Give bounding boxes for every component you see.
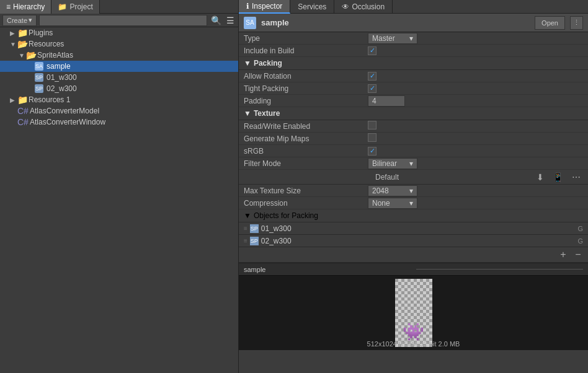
dropdown-arrow: ▾ — [409, 159, 413, 168]
platform-mobile-btn[interactable]: 📱 — [550, 172, 566, 182]
texture-section-header: ▼ Texture — [239, 107, 588, 120]
expand-arrow: ▶ — [10, 97, 16, 103]
objects-arrow: ▼ — [244, 211, 251, 220]
tab-occlusion-label: Occlusion — [352, 2, 385, 11]
max-texture-value: 2048 ▾ — [368, 185, 583, 196]
tree-label-plugins: Plugins — [29, 29, 53, 37]
preview-image: 👾 — [395, 279, 432, 347]
sprite-icon: SP — [35, 73, 43, 82]
tab-services[interactable]: Services — [290, 0, 334, 14]
tree-item-resources[interactable]: ▼ 📂 Resources — [0, 38, 238, 50]
tree-item-02w300[interactable]: SP 02_w300 — [0, 83, 238, 94]
tree-item-sample[interactable]: SA sample — [0, 61, 238, 72]
left-panel: ≡ Hierarchy 📁 Project Create ▾ 🔍 ☰ ▶ 📁 P… — [0, 0, 239, 373]
dropdown-arrow: ▾ — [409, 34, 413, 43]
tight-packing-checkbox[interactable]: ✓ — [368, 84, 376, 93]
more-options-button[interactable]: ⋮ — [570, 16, 583, 30]
prop-compression: Compression None ▾ — [239, 197, 588, 209]
script-icon: C# — [17, 117, 27, 127]
tree-item-plugins[interactable]: ▶ 📁 Plugins — [0, 27, 238, 38]
read-write-checkbox[interactable] — [368, 121, 376, 129]
max-texture-label: Max Texture Size — [244, 186, 368, 195]
packing-item-1[interactable]: ≡ SP 02_w300 G — [239, 235, 588, 247]
tree-item-resources1[interactable]: ▶ 📁 Resources 1 — [0, 94, 238, 105]
objects-label: Objects for Packing — [254, 211, 318, 220]
tree-item-01w300[interactable]: SP 01_w300 — [0, 72, 238, 83]
create-dropdown-icon: ▾ — [29, 16, 32, 24]
occlusion-tab-icon: 👁 — [342, 2, 349, 11]
srgb-checkbox[interactable]: ✓ — [368, 147, 376, 156]
packing-item-0[interactable]: ≡ SP 01_w300 G — [239, 222, 588, 235]
packing-item-type-1: G — [577, 237, 583, 245]
remove-packing-item-btn[interactable]: − — [572, 248, 584, 261]
tree-item-spriteatlas[interactable]: ▼ 📂 SpriteAtlas — [0, 50, 238, 61]
platform-more-btn[interactable]: ⋯ — [569, 172, 583, 182]
tab-services-label: Services — [298, 2, 326, 11]
tab-hierarchy[interactable]: ≡ Hierarchy — [0, 0, 51, 14]
right-panel: ℹ Inspector Services 👁 Occlusion SA samp… — [239, 0, 588, 373]
compression-dropdown[interactable]: None ▾ — [368, 198, 417, 209]
prop-padding: Padding 4 — [239, 95, 588, 107]
tree-label-sample: sample — [47, 62, 71, 71]
create-button[interactable]: Create ▾ — [2, 15, 37, 26]
tree-area: ▶ 📁 Plugins ▼ 📂 Resources ▼ 📂 SpriteAtla… — [0, 27, 238, 373]
tree-item-atlaswindow[interactable]: C# AtlasConverterWindow — [0, 116, 238, 128]
prop-type: Type Master ▾ — [239, 32, 588, 45]
read-write-label: Read/Write Enabled — [244, 122, 368, 131]
gen-mip-checkbox[interactable] — [368, 133, 376, 142]
create-label: Create — [7, 17, 27, 24]
max-texture-dropdown[interactable]: 2048 ▾ — [368, 185, 417, 196]
folder-icon: 📂 — [26, 50, 36, 60]
prop-filter-mode: Filter Mode Bilinear ▾ — [239, 157, 588, 170]
expand-arrow: ▼ — [10, 41, 16, 48]
packing-label: Packing — [254, 59, 282, 68]
folder-icon: 📂 — [17, 39, 27, 49]
handle-icon: ≡ — [244, 225, 247, 232]
tree-label-spriteatlas: SpriteAtlas — [37, 51, 73, 59]
tab-inspector-label: Inspector — [252, 2, 282, 11]
search-input[interactable] — [39, 15, 207, 26]
tight-packing-value: ✓ — [368, 84, 583, 93]
srgb-label: sRGB — [244, 147, 368, 156]
hierarchy-toolbar: Create ▾ 🔍 ☰ — [0, 14, 238, 27]
objects-for-packing: ≡ SP 01_w300 G ≡ SP 02_w300 G — [239, 222, 588, 247]
tab-inspector[interactable]: ℹ Inspector — [239, 0, 290, 14]
gen-mip-value — [368, 133, 583, 144]
inspector-tab-icon: ℹ — [246, 2, 249, 11]
type-dropdown[interactable]: Master ▾ — [368, 33, 417, 44]
platform-default-label: Default — [244, 173, 530, 182]
dropdown-arrow: ▾ — [409, 186, 413, 195]
add-packing-item-btn[interactable]: + — [557, 248, 569, 261]
tab-occlusion[interactable]: 👁 Occlusion — [334, 0, 393, 14]
search-icon-btn[interactable]: 🔍 — [210, 15, 223, 25]
inspector-scroll[interactable]: Type Master ▾ Include in Build ✓ ▼ Packi — [239, 32, 588, 373]
tight-packing-label: Tight Packing — [244, 84, 368, 93]
texture-arrow: ▼ — [244, 109, 251, 118]
spriteatlas-icon: SA — [35, 62, 43, 71]
tab-project[interactable]: 📁 Project — [51, 0, 99, 14]
filter-mode-dropdown[interactable]: Bilinear ▾ — [368, 158, 417, 169]
preview-title: sample — [244, 266, 411, 273]
expand-arrow: ▼ — [19, 52, 25, 59]
folder-icon: 📁 — [17, 28, 27, 38]
packing-item-icon: SP — [250, 237, 259, 245]
padding-field[interactable]: 4 — [368, 95, 405, 107]
include-build-value: ✓ — [368, 46, 583, 55]
tree-label-resources: Resources — [29, 40, 64, 48]
tree-label-01w300: 01_w300 — [47, 73, 77, 82]
packing-toolbar: + − — [239, 247, 588, 263]
include-build-label: Include in Build — [244, 46, 368, 55]
compression-label: Compression — [244, 199, 368, 208]
sprite-character: 👾 — [403, 322, 424, 342]
include-build-checkbox[interactable]: ✓ — [368, 46, 376, 55]
prop-srgb: sRGB ✓ — [239, 145, 588, 157]
dropdown-arrow: ▾ — [409, 199, 413, 208]
allow-rotation-label: Allow Rotation — [244, 72, 368, 81]
filter-icon-btn[interactable]: ☰ — [225, 15, 236, 25]
open-button[interactable]: Open — [535, 16, 565, 30]
platform-download-btn[interactable]: ⬇ — [534, 172, 546, 182]
packing-item-name-0: 01_w300 — [261, 224, 576, 233]
tree-item-atlasmodel[interactable]: C# AtlasConverterModel — [0, 105, 238, 116]
gen-mip-label: Generate Mip Maps — [244, 134, 368, 143]
allow-rotation-checkbox[interactable]: ✓ — [368, 72, 376, 81]
